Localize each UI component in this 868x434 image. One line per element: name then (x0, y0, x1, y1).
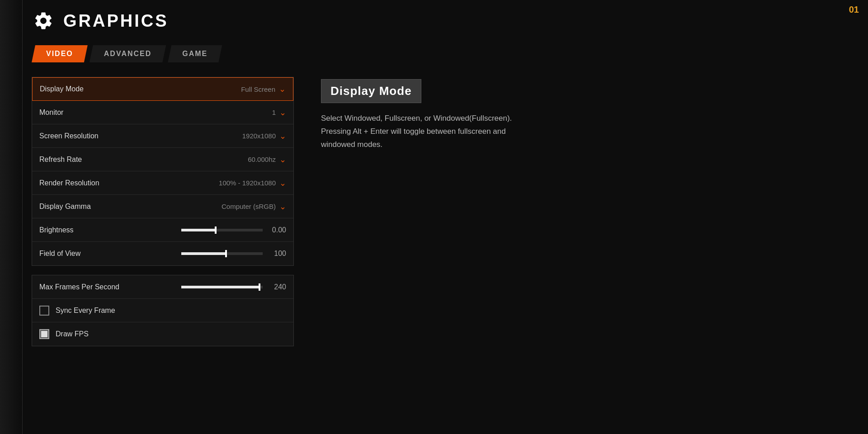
settings-group-1: Display Mode Full Screen ⌄ Monitor 1 ⌄ (32, 77, 294, 266)
refresh-rate-label: Refresh Rate (39, 156, 82, 164)
draw-fps-row[interactable]: Draw FPS (32, 322, 293, 346)
sync-every-frame-label: Sync Every Frame (56, 307, 115, 315)
max-fps-value: 240 (268, 283, 286, 291)
render-resolution-text: 100% - 1920x1080 (219, 179, 276, 187)
max-fps-slider-fill (181, 286, 259, 288)
settings-group-2: Max Frames Per Second 240 Sync Every Fra… (32, 275, 294, 346)
sync-every-frame-container: Sync Every Frame (39, 306, 115, 316)
screen-resolution-row[interactable]: Screen Resolution 1920x1080 ⌄ (32, 124, 293, 148)
header: GRAPHICS (32, 9, 841, 33)
settings-panel: Display Mode Full Screen ⌄ Monitor 1 ⌄ (32, 77, 294, 355)
monitor-value: 1 ⌄ (272, 108, 286, 118)
display-gamma-row[interactable]: Display Gamma Computer (sRGB) ⌄ (32, 195, 293, 218)
render-resolution-row[interactable]: Render Resolution 100% - 1920x1080 ⌄ (32, 171, 293, 195)
refresh-rate-row[interactable]: Refresh Rate 60.000hz ⌄ (32, 148, 293, 171)
monitor-row[interactable]: Monitor 1 ⌄ (32, 101, 293, 124)
display-gamma-label: Display Gamma (39, 203, 91, 211)
screen-resolution-chevron: ⌄ (279, 131, 286, 141)
screen-resolution-value: 1920x1080 ⌄ (242, 131, 286, 141)
sync-every-frame-checkbox[interactable] (39, 306, 49, 316)
fov-slider-track[interactable] (181, 252, 263, 255)
refresh-rate-chevron: ⌄ (279, 155, 286, 165)
brightness-value: 0.00 (268, 226, 286, 234)
fov-value: 100 (268, 250, 286, 258)
content-area: Display Mode Full Screen ⌄ Monitor 1 ⌄ (32, 77, 841, 355)
refresh-rate-text: 60.000hz (248, 156, 276, 163)
render-resolution-value: 100% - 1920x1080 ⌄ (219, 178, 286, 188)
brightness-slider-thumb (215, 226, 217, 234)
brightness-slider-container[interactable]: 0.00 (181, 226, 286, 234)
display-mode-chevron: ⌄ (279, 84, 286, 94)
display-mode-text: Full Screen (241, 85, 275, 93)
info-panel: Display Mode Select Windowed, Fullscreen… (321, 77, 841, 355)
max-fps-row: Max Frames Per Second 240 (32, 275, 293, 299)
max-fps-slider-container[interactable]: 240 (181, 283, 286, 291)
display-mode-row[interactable]: Display Mode Full Screen ⌄ (32, 77, 293, 101)
render-resolution-label: Render Resolution (39, 179, 99, 187)
display-mode-value: Full Screen ⌄ (241, 84, 286, 94)
brightness-row: Brightness 0.00 (32, 218, 293, 242)
draw-fps-label: Draw FPS (56, 330, 89, 338)
gear-icon (32, 9, 55, 33)
monitor-chevron: ⌄ (279, 108, 286, 118)
draw-fps-checkbox-inner (41, 331, 47, 337)
brightness-slider-track[interactable] (181, 229, 263, 231)
page-title: GRAPHICS (63, 11, 169, 31)
display-gamma-value: Computer (sRGB) ⌄ (222, 202, 286, 212)
max-fps-label: Max Frames Per Second (39, 283, 119, 291)
tab-advanced[interactable]: ADVANCED (90, 45, 166, 62)
fov-slider-container[interactable]: 100 (181, 250, 286, 258)
fov-slider-fill (181, 252, 226, 255)
display-gamma-text: Computer (sRGB) (222, 203, 276, 210)
draw-fps-checkbox[interactable] (39, 329, 49, 339)
info-description: Select Windowed, Fullscreen, or Windowed… (321, 112, 538, 151)
info-title: Display Mode (321, 79, 421, 103)
tab-video[interactable]: VIDEO (32, 45, 88, 62)
max-fps-slider-thumb (259, 283, 260, 291)
fov-label: Field of View (39, 250, 80, 258)
screen-resolution-text: 1920x1080 (242, 132, 276, 140)
fov-slider-thumb (225, 250, 227, 257)
monitor-label: Monitor (39, 108, 63, 117)
render-resolution-chevron: ⌄ (279, 178, 286, 188)
brightness-slider-fill (181, 229, 216, 231)
left-edge-decoration (0, 0, 23, 434)
draw-fps-container: Draw FPS (39, 329, 89, 339)
tabs-container: VIDEO ADVANCED GAME (32, 45, 841, 62)
corner-number: 01 (849, 5, 859, 15)
monitor-text: 1 (272, 108, 276, 116)
sync-every-frame-row[interactable]: Sync Every Frame (32, 299, 293, 322)
display-gamma-chevron: ⌄ (279, 202, 286, 212)
page-container: 01 GRAPHICS VIDEO ADVANCED GAME Display … (0, 0, 868, 434)
refresh-rate-value: 60.000hz ⌄ (248, 155, 286, 165)
display-mode-label: Display Mode (40, 85, 84, 93)
tab-game[interactable]: GAME (168, 45, 222, 62)
fov-row: Field of View 100 (32, 242, 293, 265)
screen-resolution-label: Screen Resolution (39, 132, 99, 140)
max-fps-slider-track[interactable] (181, 286, 263, 288)
brightness-label: Brightness (39, 226, 74, 234)
